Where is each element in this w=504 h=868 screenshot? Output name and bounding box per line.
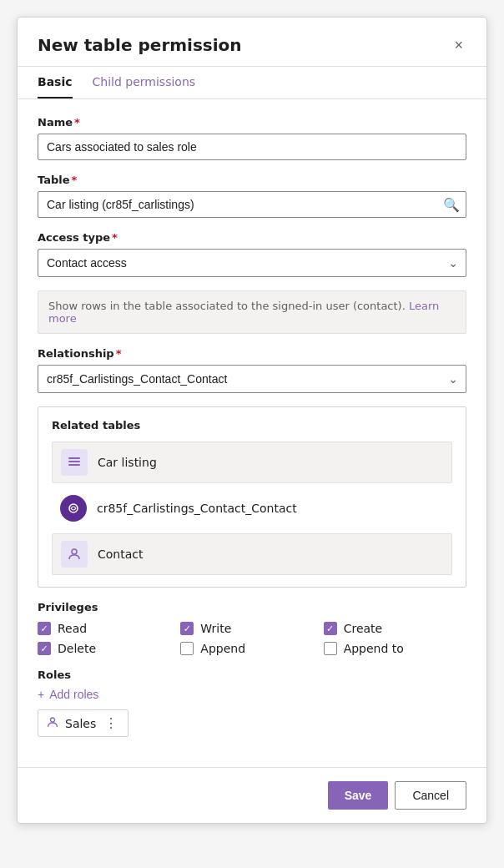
privilege-append: Append — [180, 642, 323, 655]
svg-rect-1 — [68, 461, 80, 462]
table-input[interactable] — [38, 191, 466, 218]
privileges-title: Privileges — [38, 601, 466, 613]
relationship-select[interactable]: cr85f_Carlistings_Contact_Contact — [38, 365, 466, 393]
privilege-delete: Delete — [38, 642, 180, 655]
svg-point-3 — [69, 504, 78, 512]
append-to-label: Append to — [344, 642, 404, 655]
create-checkbox[interactable] — [324, 622, 337, 635]
access-type-select[interactable]: Contact access Global access Account acc… — [38, 249, 466, 277]
table-item-name: cr85f_Carlistings_Contact_Contact — [97, 502, 297, 515]
privileges-section: Privileges Read Write Create Delete — [38, 601, 466, 655]
dialog-body: Name* Table* 🔍 Access type* Contact acce… — [18, 99, 486, 767]
delete-checkbox[interactable] — [38, 642, 51, 655]
access-type-select-wrap: Contact access Global access Account acc… — [38, 249, 466, 277]
add-roles-button[interactable]: + Add roles — [38, 688, 98, 701]
privilege-create: Create — [324, 622, 466, 635]
table-item-name: Car listing — [98, 456, 157, 469]
relation-icon — [60, 495, 87, 522]
svg-rect-2 — [68, 464, 80, 466]
list-item: Contact — [52, 533, 452, 575]
cancel-button[interactable]: Cancel — [395, 781, 466, 810]
svg-rect-0 — [68, 457, 80, 459]
dialog-header: New table permission × — [18, 18, 486, 67]
table-icon — [61, 449, 88, 476]
svg-point-4 — [72, 549, 77, 554]
dialog-footer: Save Cancel — [18, 767, 486, 823]
table-item-name: Contact — [98, 548, 143, 561]
plus-icon: + — [38, 688, 44, 701]
create-label: Create — [344, 622, 383, 635]
privilege-write: Write — [180, 622, 323, 635]
tab-child-permissions[interactable]: Child permissions — [93, 67, 196, 98]
role-name: Sales — [65, 717, 96, 730]
write-label: Write — [200, 622, 231, 635]
new-table-permission-dialog: New table permission × Basic Child permi… — [17, 17, 487, 824]
table-label: Table* — [38, 174, 466, 186]
privileges-grid: Read Write Create Delete Append — [38, 622, 466, 655]
delete-label: Delete — [58, 642, 96, 655]
name-field-group: Name* — [38, 116, 466, 160]
relationship-label: Relationship* — [38, 347, 466, 360]
contact-icon — [61, 541, 88, 568]
tab-basic[interactable]: Basic — [38, 67, 73, 98]
save-button[interactable]: Save — [328, 781, 389, 810]
privilege-read: Read — [38, 622, 180, 635]
privilege-append-to: Append to — [324, 642, 466, 655]
role-tag-menu-button[interactable]: ⋮ — [103, 715, 119, 731]
tabs-bar: Basic Child permissions — [18, 67, 486, 99]
name-input[interactable] — [38, 134, 466, 160]
add-roles-label: Add roles — [49, 688, 98, 701]
relationship-field-group: Relationship* cr85f_Carlistings_Contact_… — [38, 347, 466, 393]
dialog-title: New table permission — [38, 35, 242, 55]
table-field-group: Table* 🔍 — [38, 174, 466, 218]
read-checkbox[interactable] — [38, 622, 51, 635]
list-item: Car listing — [52, 442, 452, 483]
append-label: Append — [200, 642, 245, 655]
read-label: Read — [58, 622, 87, 635]
close-button[interactable]: × — [451, 34, 466, 56]
roles-list: Sales ⋮ — [38, 709, 466, 737]
access-type-field-group: Access type* Contact access Global acces… — [38, 231, 466, 277]
access-type-label: Access type* — [38, 231, 466, 244]
roles-title: Roles — [38, 669, 466, 681]
svg-point-5 — [51, 718, 55, 722]
relationship-select-wrap: cr85f_Carlistings_Contact_Contact ⌄ — [38, 365, 466, 393]
append-checkbox[interactable] — [180, 642, 194, 655]
write-checkbox[interactable] — [180, 622, 194, 635]
related-tables-box: Related tables Car listing — [38, 406, 466, 588]
related-tables-title: Related tables — [52, 419, 452, 431]
append-to-checkbox[interactable] — [324, 642, 337, 655]
access-type-info-box: Show rows in the table associated to the… — [38, 290, 466, 334]
table-search-icon[interactable]: 🔍 — [443, 197, 460, 213]
roles-section: Roles + Add roles Sales ⋮ — [38, 669, 466, 737]
table-search-wrap: 🔍 — [38, 191, 466, 218]
list-item: cr85f_Carlistings_Contact_Contact — [52, 488, 452, 528]
role-person-icon — [47, 716, 58, 730]
role-tag-sales: Sales ⋮ — [38, 709, 129, 737]
name-label: Name* — [38, 116, 466, 129]
